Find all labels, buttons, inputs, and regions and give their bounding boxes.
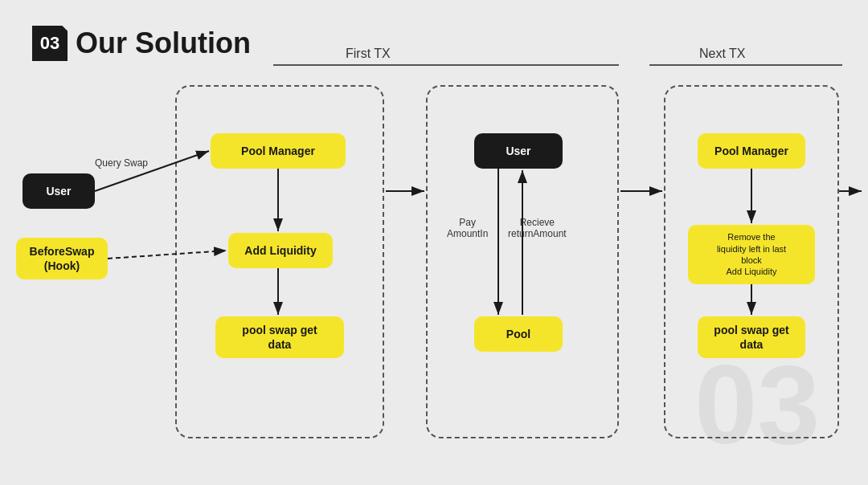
pool-swap-data-1-node: pool swap get data [215,316,344,358]
pool-center-node: Pool [474,316,563,352]
next-tx-label: Next TX [699,47,746,61]
receive-return-label: Recieve returnAmount [508,217,567,239]
page-title: Our Solution [76,26,251,60]
next-tx-line [649,64,842,66]
header: 03 Our Solution [32,26,251,61]
user-left-node: User [23,173,95,209]
page: 03 03 Our Solution First TX Next TX User… [0,0,868,485]
pool-manager-2-node: Pool Manager [698,133,805,169]
remove-liquidity-node: Remove the liquidity left in last block … [688,225,815,284]
add-liquidity-node: Add Liquidity [228,233,333,268]
beforeswap-node: BeforeSwap (Hook) [16,238,108,279]
user-center-node: User [474,133,563,169]
header-badge: 03 [32,26,68,61]
pay-amountin-label: Pay AmountIn [447,217,488,239]
first-tx-label: First TX [346,47,391,61]
pool-swap-data-2-node: pool swap get data [698,316,805,358]
first-tx-line [273,64,619,66]
query-swap-label: Query Swap [95,157,148,169]
pool-manager-1-node: Pool Manager [211,133,346,169]
